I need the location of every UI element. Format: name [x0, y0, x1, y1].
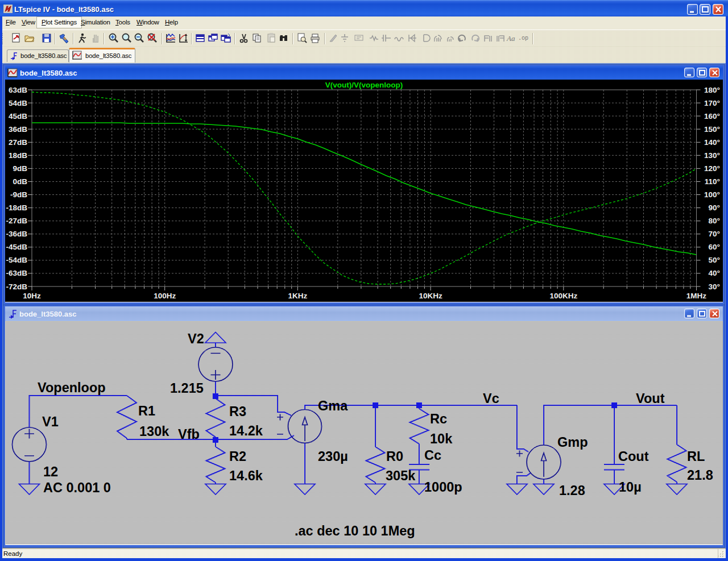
svg-text:.ac dec 10 10 1Meg: .ac dec 10 10 1Meg: [295, 523, 415, 538]
svg-text:1.28: 1.28: [559, 483, 585, 498]
svg-text:10µ: 10µ: [619, 480, 642, 494]
svg-text:RL: RL: [687, 449, 705, 464]
svg-text:Rc: Rc: [430, 412, 447, 426]
svg-text:130k: 130k: [139, 424, 169, 439]
svg-text:21.8: 21.8: [687, 468, 713, 483]
svg-text:V2: V2: [188, 331, 204, 346]
svg-text:V1: V1: [42, 414, 59, 429]
svg-text:Vopenloop: Vopenloop: [38, 380, 106, 395]
svg-text:Vout: Vout: [636, 391, 665, 406]
svg-text:R0: R0: [386, 449, 403, 464]
svg-text:1000p: 1000p: [424, 480, 462, 494]
svg-text:Vfb: Vfb: [178, 427, 200, 442]
svg-text:14.6k: 14.6k: [229, 468, 263, 483]
svg-text:1.215: 1.215: [170, 381, 204, 396]
svg-text:14.2k: 14.2k: [229, 423, 263, 438]
svg-text:R1: R1: [138, 404, 155, 418]
svg-text:12: 12: [43, 464, 58, 479]
svg-text:R3: R3: [229, 404, 246, 419]
svg-text:AC 0.001 0: AC 0.001 0: [43, 480, 111, 495]
svg-text:Cc: Cc: [424, 448, 441, 463]
svg-text:230µ: 230µ: [318, 449, 348, 464]
svg-text:Cout: Cout: [618, 449, 649, 464]
svg-text:10k: 10k: [430, 431, 453, 446]
svg-text:Vc: Vc: [483, 391, 499, 406]
svg-text:305k: 305k: [386, 468, 416, 483]
svg-text:Gmp: Gmp: [557, 435, 588, 450]
svg-text:Gma: Gma: [318, 398, 348, 413]
svg-text:R2: R2: [229, 449, 246, 464]
